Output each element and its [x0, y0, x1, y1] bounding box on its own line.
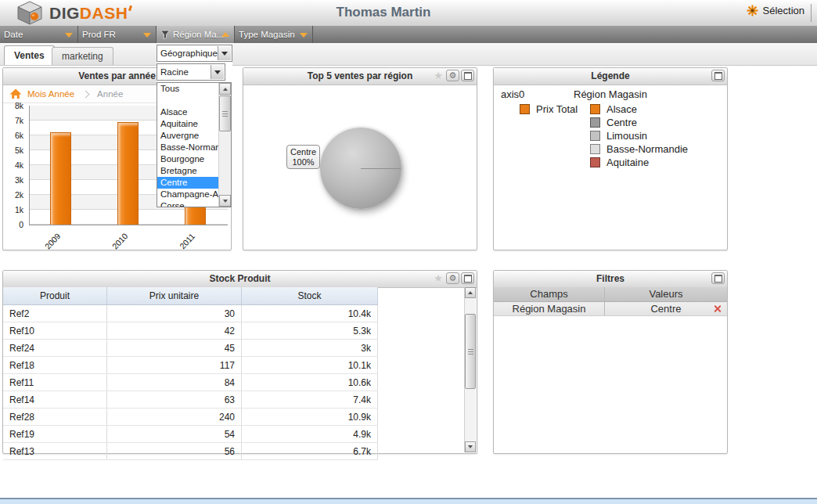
y-axis-tick: 6k	[3, 131, 23, 140]
legend-item: Centre	[574, 116, 688, 129]
region-option[interactable]	[157, 95, 221, 106]
remove-filter-icon[interactable]	[713, 304, 722, 313]
settings-gear-button[interactable]: ⚙	[446, 272, 459, 284]
level-select[interactable]: Racine	[157, 63, 225, 81]
dropdown-arrow-button[interactable]	[218, 46, 231, 60]
maximize-button[interactable]	[461, 70, 474, 81]
filter-region-magasin[interactable]: Région Ma...	[157, 26, 235, 43]
chevron-right-icon	[82, 90, 90, 98]
region-option[interactable]: Champagne-Ardenne	[157, 189, 221, 200]
page-title: Thomas Martin	[0, 5, 767, 20]
gear-icon: ⚙	[449, 71, 457, 80]
cell-produit: Ref10	[3, 322, 107, 340]
cell-prix-unitaire: 42	[107, 322, 242, 340]
table-row[interactable]: Ref24453k	[3, 340, 378, 357]
maximize-button[interactable]	[711, 272, 725, 284]
table-row[interactable]: Ref2824010.9k	[3, 409, 378, 426]
cell-stock: 10.4k	[242, 305, 378, 322]
maximize-button[interactable]	[711, 70, 725, 81]
table-row[interactable]: Ref118410.6k	[3, 374, 378, 391]
legend-item: Alsace	[574, 103, 688, 116]
home-icon[interactable]	[9, 88, 22, 99]
scrollbar-thumb[interactable]	[219, 95, 231, 131]
region-option[interactable]: Aquitaine	[157, 118, 221, 130]
tab-marketing[interactable]: marketing	[52, 47, 113, 65]
legend-label: Basse-Normandie	[606, 143, 688, 155]
breadcrumb-level-mois-annee[interactable]: Mois Année	[27, 89, 74, 99]
scroll-up-button[interactable]	[465, 287, 476, 298]
region-list: Tous AlsaceAquitaineAuvergneBasse-Norman…	[157, 82, 232, 207]
column-header-stock[interactable]: Stock	[242, 287, 378, 305]
region-option[interactable]: Basse-Normandie	[157, 142, 221, 153]
cell-stock: 7.4k	[242, 391, 378, 409]
selection-label: Sélection	[763, 5, 804, 16]
pie-chart[interactable]	[320, 128, 401, 209]
filter-prod-fr[interactable]: Prod FR	[78, 26, 157, 43]
filter-date[interactable]: Date	[0, 26, 78, 43]
chevron-down-icon	[65, 33, 73, 38]
cell-stock: 10.1k	[242, 357, 378, 374]
stock-table: Produit Prix unitaire Stock Ref23010.4kR…	[3, 287, 378, 460]
filter-type-magasin[interactable]: Type Magasin	[235, 26, 313, 43]
stock-table-head: Produit Prix unitaire Stock	[3, 287, 378, 305]
cell-prix-unitaire: 240	[107, 409, 242, 426]
table-row[interactable]: Ref14637.4k	[3, 391, 378, 409]
favorite-star-icon[interactable]: ★	[434, 70, 443, 81]
panel-title: Ventes par année	[78, 70, 156, 81]
cell-produit: Ref11	[3, 374, 107, 391]
scroll-up-button[interactable]	[219, 83, 231, 95]
tab-ventes[interactable]: Ventes	[4, 45, 55, 65]
scrollbar-thumb[interactable]	[465, 314, 476, 389]
y-axis-tick: 2k	[3, 190, 23, 200]
cell-produit: Ref18	[3, 357, 107, 374]
region-option[interactable]: Centre	[157, 177, 221, 189]
selection-button[interactable]: Sélection	[747, 5, 804, 16]
cell-stock: 10.9k	[242, 409, 378, 426]
legend-axis-group: axis0 Prix Total	[501, 88, 578, 116]
table-row[interactable]: Ref23010.4k	[3, 305, 378, 322]
table-row[interactable]: Ref10425.3k	[3, 322, 378, 340]
list-scrollbar[interactable]	[218, 83, 231, 207]
table-row[interactable]: Ref1811710.1k	[3, 357, 378, 374]
table-row[interactable]: Ref19544.9k	[3, 426, 378, 443]
legend-label: Limousin	[606, 130, 647, 142]
stock-table-area: Produit Prix unitaire Stock Ref23010.4kR…	[3, 287, 477, 453]
pie-tooltip-region: Centre	[287, 147, 319, 157]
legend-item: Prix Total	[501, 103, 578, 116]
breadcrumb-level-annee[interactable]: Année	[97, 89, 123, 99]
legend-color-swatch	[590, 131, 600, 141]
filtres-column-valeurs: Valeurs	[605, 287, 727, 301]
region-option[interactable]: Alsace	[157, 106, 221, 118]
table-row[interactable]: Ref13566.7k	[3, 443, 378, 460]
bar-chart-yaxis: 8k7k6k5k4k3k2k1k0	[3, 106, 26, 225]
cell-prix-unitaire: 54	[107, 426, 242, 443]
column-header-prix-unitaire[interactable]: Prix unitaire	[107, 287, 242, 305]
scroll-down-button[interactable]	[219, 195, 231, 207]
favorite-star-icon[interactable]: ★	[434, 272, 443, 284]
region-option[interactable]: Bretagne	[157, 165, 221, 177]
cell-produit: Ref13	[3, 443, 107, 460]
hierarchy-select[interactable]: Géographique	[157, 45, 232, 62]
region-option[interactable]: Bourgogne	[157, 153, 221, 165]
cell-stock: 3k	[242, 340, 378, 357]
legend-axis-heading: axis0	[501, 88, 578, 101]
panel-header-icons: ★ ⚙	[434, 70, 474, 81]
arrow-down-icon	[468, 445, 473, 448]
cell-prix-unitaire: 45	[107, 340, 242, 357]
dropdown-arrow-button[interactable]	[211, 65, 224, 79]
arrow-up-icon	[468, 291, 473, 294]
settings-gear-button[interactable]: ⚙	[446, 70, 459, 81]
legend-label: Aquitaine	[606, 157, 649, 168]
region-option[interactable]: Corse	[157, 200, 221, 207]
region-option[interactable]: Tous	[157, 83, 221, 95]
vertical-scrollbar[interactable]	[464, 287, 476, 452]
scroll-down-button[interactable]	[465, 441, 476, 452]
maximize-button[interactable]	[461, 272, 474, 284]
bar-2010[interactable]	[117, 122, 139, 225]
y-axis-tick: 0	[3, 220, 23, 229]
panel-legende: Légende axis0 Prix Total Région Magasin …	[493, 67, 728, 250]
chevron-down-icon	[300, 33, 308, 38]
bar-2009[interactable]	[50, 132, 71, 225]
column-header-produit[interactable]: Produit	[3, 287, 107, 305]
region-option[interactable]: Auvergne	[157, 130, 221, 142]
